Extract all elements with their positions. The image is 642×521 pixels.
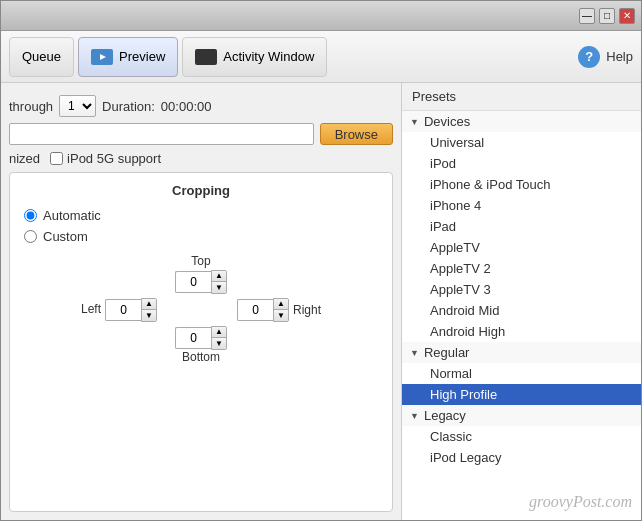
main-window: — □ ✕ Queue Preview Activity Window ? He…	[0, 0, 642, 521]
through-label: through	[9, 99, 53, 114]
automatic-radio-row: Automatic	[24, 208, 378, 223]
preset-ipod[interactable]: iPod	[402, 153, 641, 174]
left-arrows: ▲ ▼	[141, 298, 157, 322]
right-down-arrow[interactable]: ▼	[274, 310, 288, 321]
top-down-arrow[interactable]: ▼	[212, 282, 226, 293]
right-label: Right	[293, 303, 321, 317]
left-label: Left	[81, 302, 101, 316]
queue-label: Queue	[22, 49, 61, 64]
legacy-label: Legacy	[424, 408, 466, 423]
top-input[interactable]	[175, 271, 211, 293]
left-spinner: ▲ ▼	[105, 298, 157, 322]
middle-group: Left ▲ ▼	[81, 298, 321, 322]
left-panel: through 1 Duration: 00:00:00 Browse nize…	[1, 83, 401, 520]
activity-window-label: Activity Window	[223, 49, 314, 64]
preset-android-mid[interactable]: Android Mid	[402, 300, 641, 321]
devices-arrow: ▼	[410, 117, 419, 127]
preset-ipod-legacy[interactable]: iPod Legacy	[402, 447, 641, 468]
presets-panel: Presets ▼ Devices Universal iPod iPhone …	[401, 83, 641, 520]
ipod-support-label[interactable]: iPod 5G support	[50, 151, 161, 166]
custom-radio-row: Custom	[24, 229, 378, 244]
help-icon-button[interactable]: ?	[578, 46, 600, 68]
cropping-title: Cropping	[24, 183, 378, 198]
automatic-radio[interactable]	[24, 209, 37, 222]
main-content: through 1 Duration: 00:00:00 Browse nize…	[1, 83, 641, 520]
preset-appletv3[interactable]: AppleTV 3	[402, 279, 641, 300]
top-group: Top ▲ ▼	[81, 254, 321, 294]
help-label: Help	[606, 49, 633, 64]
bottom-arrows: ▲ ▼	[211, 326, 227, 350]
custom-radio[interactable]	[24, 230, 37, 243]
presets-header: Presets	[402, 83, 641, 111]
legacy-section-header[interactable]: ▼ Legacy	[402, 405, 641, 426]
preset-appletv[interactable]: AppleTV	[402, 237, 641, 258]
custom-label: Custom	[43, 229, 88, 244]
duration-value: 00:00:00	[161, 99, 212, 114]
legacy-section: ▼ Legacy Classic iPod Legacy	[402, 405, 641, 468]
file-row: Browse	[9, 123, 393, 145]
preset-universal[interactable]: Universal	[402, 132, 641, 153]
activity-icon	[195, 49, 217, 65]
bottom-up-arrow[interactable]: ▲	[212, 327, 226, 338]
bottom-spinner: ▲ ▼	[175, 326, 227, 350]
right-arrows: ▲ ▼	[273, 298, 289, 322]
preset-classic[interactable]: Classic	[402, 426, 641, 447]
preset-iphone4[interactable]: iPhone 4	[402, 195, 641, 216]
through-select[interactable]: 1	[59, 95, 96, 117]
right-input[interactable]	[237, 299, 273, 321]
right-spinner: ▲ ▼	[237, 298, 289, 322]
preset-iphone-ipod-touch[interactable]: iPhone & iPod Touch	[402, 174, 641, 195]
maximize-button[interactable]: □	[599, 8, 615, 24]
top-label: Top	[191, 254, 210, 268]
left-up-arrow[interactable]: ▲	[142, 299, 156, 310]
options-row: nized iPod 5G support	[9, 151, 393, 166]
top-arrows: ▲ ▼	[211, 270, 227, 294]
preset-android-high[interactable]: Android High	[402, 321, 641, 342]
bottom-input[interactable]	[175, 327, 211, 349]
window-controls: — □ ✕	[579, 8, 635, 24]
minimize-button[interactable]: —	[579, 8, 595, 24]
trbl-container: Top ▲ ▼ Left	[81, 254, 321, 366]
right-group: ▲ ▼ Right	[237, 298, 321, 322]
cropping-box: Cropping Automatic Custom Top	[9, 172, 393, 512]
optimized-label: nized	[9, 151, 40, 166]
bottom-label: Bottom	[182, 350, 220, 364]
regular-label: Regular	[424, 345, 470, 360]
left-input[interactable]	[105, 299, 141, 321]
ipod-support-checkbox[interactable]	[50, 152, 63, 165]
title-bar: — □ ✕	[1, 1, 641, 31]
preset-appletv2[interactable]: AppleTV 2	[402, 258, 641, 279]
regular-section: ▼ Regular Normal High Profile	[402, 342, 641, 405]
devices-section: ▼ Devices Universal iPod iPhone & iPod T…	[402, 111, 641, 342]
left-down-arrow[interactable]: ▼	[142, 310, 156, 321]
ipod-label-text: iPod 5G support	[67, 151, 161, 166]
close-button[interactable]: ✕	[619, 8, 635, 24]
preview-button[interactable]: Preview	[78, 37, 178, 77]
preview-label: Preview	[119, 49, 165, 64]
preset-normal[interactable]: Normal	[402, 363, 641, 384]
toolbar: Queue Preview Activity Window ? Help	[1, 31, 641, 83]
preset-high-profile[interactable]: High Profile	[402, 384, 641, 405]
presets-list: ▼ Devices Universal iPod iPhone & iPod T…	[402, 111, 641, 520]
browse-button[interactable]: Browse	[320, 123, 393, 145]
queue-button[interactable]: Queue	[9, 37, 74, 77]
left-group: Left ▲ ▼	[81, 298, 157, 322]
regular-arrow: ▼	[410, 348, 419, 358]
through-row: through 1 Duration: 00:00:00	[9, 95, 393, 117]
legacy-arrow: ▼	[410, 411, 419, 421]
file-path-input[interactable]	[9, 123, 314, 145]
devices-label: Devices	[424, 114, 470, 129]
devices-section-header[interactable]: ▼ Devices	[402, 111, 641, 132]
right-up-arrow[interactable]: ▲	[274, 299, 288, 310]
automatic-label: Automatic	[43, 208, 101, 223]
duration-label: Duration:	[102, 99, 155, 114]
top-up-arrow[interactable]: ▲	[212, 271, 226, 282]
top-spinner: ▲ ▼	[175, 270, 227, 294]
regular-section-header[interactable]: ▼ Regular	[402, 342, 641, 363]
bottom-group: ▲ ▼ Bottom	[81, 326, 321, 366]
preview-icon	[91, 49, 113, 65]
bottom-down-arrow[interactable]: ▼	[212, 338, 226, 349]
activity-window-button[interactable]: Activity Window	[182, 37, 327, 77]
preset-ipad[interactable]: iPad	[402, 216, 641, 237]
